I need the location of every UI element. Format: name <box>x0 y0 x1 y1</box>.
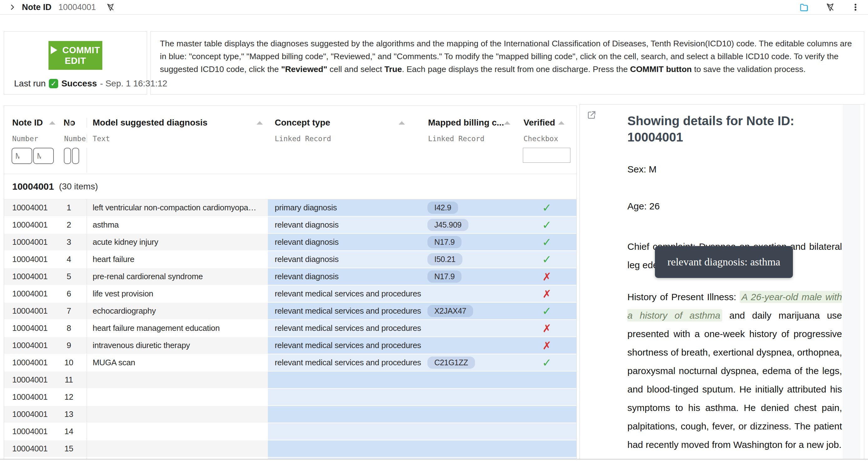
cell-mapped-billing-code[interactable]: I50.21 <box>421 251 517 268</box>
verified-check-icon[interactable]: ✓ <box>542 218 552 232</box>
chevron-right-icon[interactable] <box>8 3 16 11</box>
cell-concept-type[interactable]: relevant medical services and procedures <box>268 337 421 354</box>
cell-mapped-billing-code[interactable]: X2JAX47 <box>421 303 517 320</box>
billing-code-pill[interactable]: J45.909 <box>427 219 468 231</box>
verified-check-icon[interactable]: ✓ <box>542 253 552 266</box>
pointer-off-icon[interactable] <box>106 3 115 11</box>
column-header-concept-type[interactable]: Concept type <box>268 118 421 128</box>
cell-concept-type[interactable]: relevant diagnosis <box>268 251 421 268</box>
cell-mapped-billing-code[interactable] <box>421 337 517 354</box>
cell-concept-type[interactable] <box>268 372 421 389</box>
column-header-mapped-billing-code[interactable]: Mapped billing c... <box>421 118 517 128</box>
cell-mapped-billing-code[interactable] <box>421 320 517 337</box>
cell-verified[interactable]: ✓ <box>517 217 577 234</box>
cell-concept-type[interactable]: relevant diagnosis <box>268 268 421 285</box>
cell-mapped-billing-code[interactable] <box>421 389 517 406</box>
verified-cross-icon[interactable]: ✗ <box>542 288 551 300</box>
table-row: 100040014heart failurerelevant diagnosis… <box>4 251 577 268</box>
column-header-note-id[interactable]: Note ID <box>4 118 57 128</box>
note-id-max-filter[interactable]: M <box>33 148 54 164</box>
folder-icon[interactable] <box>799 2 809 12</box>
cell-verified[interactable]: ✓ <box>517 234 577 251</box>
table-row: 1000400113 <box>4 406 577 423</box>
open-in-new-icon[interactable] <box>584 108 598 123</box>
detail-scrollbar[interactable] <box>843 104 860 462</box>
table-row: 1000400114 <box>4 423 577 440</box>
billing-code-pill[interactable]: I50.21 <box>427 253 463 266</box>
cell-mapped-billing-code[interactable] <box>421 285 517 303</box>
cell-mapped-billing-code[interactable]: J45.909 <box>421 217 517 234</box>
cell-diagnosis <box>87 389 268 406</box>
column-header-no[interactable]: No <box>57 118 87 128</box>
cell-concept-type[interactable]: relevant medical services and procedures <box>268 354 421 372</box>
column-header-verified[interactable]: Verified <box>517 118 577 128</box>
cell-verified[interactable]: ✗ <box>517 320 577 337</box>
cell-note-id: 10004001 <box>4 234 57 251</box>
group-row[interactable]: 10004001 (30 items) <box>4 174 577 199</box>
cell-concept-type[interactable] <box>268 423 421 440</box>
billing-code-pill[interactable]: N17.9 <box>427 271 462 283</box>
sort-asc-icon <box>504 121 510 125</box>
no-max-filter[interactable] <box>72 148 79 164</box>
cell-note-id: 10004001 <box>4 406 57 423</box>
verified-filter-select[interactable] <box>523 148 570 163</box>
cell-verified[interactable]: ✓ <box>517 251 577 268</box>
verified-cross-icon[interactable]: ✗ <box>542 271 551 283</box>
verified-check-icon[interactable]: ✓ <box>542 356 552 369</box>
horizontal-scrollbar[interactable] <box>0 459 868 462</box>
verified-cross-icon[interactable]: ✗ <box>542 322 551 335</box>
cell-mapped-billing-code[interactable] <box>421 423 517 440</box>
cell-verified[interactable] <box>517 372 577 389</box>
commit-card: COMMIT EDIT Last run ✓ Success - Sep. 1 … <box>4 31 147 95</box>
group-id: 10004001 <box>12 181 54 192</box>
billing-code-pill[interactable]: X2JAX47 <box>427 305 473 317</box>
billing-code-pill[interactable]: N17.9 <box>427 236 462 248</box>
cell-no: 9 <box>57 337 87 354</box>
cell-verified[interactable] <box>517 389 577 406</box>
cell-concept-type[interactable] <box>268 440 421 458</box>
cell-verified[interactable] <box>517 440 577 458</box>
cell-mapped-billing-code[interactable] <box>421 406 517 423</box>
commit-edit-button[interactable]: COMMIT EDIT <box>49 41 102 70</box>
cell-mapped-billing-code[interactable]: N17.9 <box>421 268 517 285</box>
cell-mapped-billing-code[interactable]: I42.9 <box>421 199 517 217</box>
kebab-menu-icon[interactable] <box>851 3 860 11</box>
cell-verified[interactable]: ✗ <box>517 337 577 354</box>
cell-mapped-billing-code[interactable]: N17.9 <box>421 234 517 251</box>
billing-code-pill[interactable]: I42.9 <box>427 202 458 214</box>
cell-concept-type[interactable]: relevant medical services and procedures <box>268 320 421 337</box>
verified-cross-icon[interactable]: ✗ <box>542 339 551 352</box>
cell-verified[interactable] <box>517 423 577 440</box>
note-details: Showing details for Note ID: 10004001 Se… <box>627 113 842 462</box>
note-id-value: 10004001 <box>59 2 96 12</box>
table-row: 100040016life vest provisionrelevant med… <box>4 285 577 303</box>
cell-concept-type[interactable] <box>268 406 421 423</box>
verified-check-icon[interactable]: ✓ <box>542 305 552 318</box>
cell-verified[interactable]: ✗ <box>517 285 577 303</box>
cell-mapped-billing-code[interactable] <box>421 372 517 389</box>
cell-concept-type[interactable]: relevant medical services and procedures <box>268 303 421 320</box>
success-check-icon: ✓ <box>49 79 58 88</box>
verified-check-icon[interactable]: ✓ <box>542 201 552 214</box>
cell-no: 2 <box>57 217 87 234</box>
no-min-filter[interactable] <box>64 148 71 164</box>
cell-mapped-billing-code[interactable] <box>421 440 517 458</box>
sort-asc-icon <box>558 121 564 125</box>
cell-concept-type[interactable]: relevant diagnosis <box>268 217 421 234</box>
cell-verified[interactable]: ✓ <box>517 199 577 217</box>
pointer-off-icon[interactable] <box>826 2 835 12</box>
cell-verified[interactable]: ✗ <box>517 268 577 285</box>
column-header-diagnosis[interactable]: Model suggested diagnosis <box>87 118 268 128</box>
cell-concept-type[interactable] <box>268 389 421 406</box>
detail-history: History of Present Illness: A 26-year-ol… <box>627 288 842 454</box>
billing-code-pill[interactable]: C21G1ZZ <box>427 357 475 369</box>
cell-concept-type[interactable]: primary diagnosis <box>268 199 421 217</box>
note-id-min-filter[interactable]: M <box>11 148 32 164</box>
cell-verified[interactable]: ✓ <box>517 303 577 320</box>
cell-concept-type[interactable]: relevant diagnosis <box>268 234 421 251</box>
cell-concept-type[interactable]: relevant medical services and procedures <box>268 285 421 303</box>
cell-verified[interactable] <box>517 406 577 423</box>
cell-verified[interactable]: ✓ <box>517 354 577 372</box>
verified-check-icon[interactable]: ✓ <box>542 236 552 249</box>
cell-mapped-billing-code[interactable]: C21G1ZZ <box>421 354 517 372</box>
